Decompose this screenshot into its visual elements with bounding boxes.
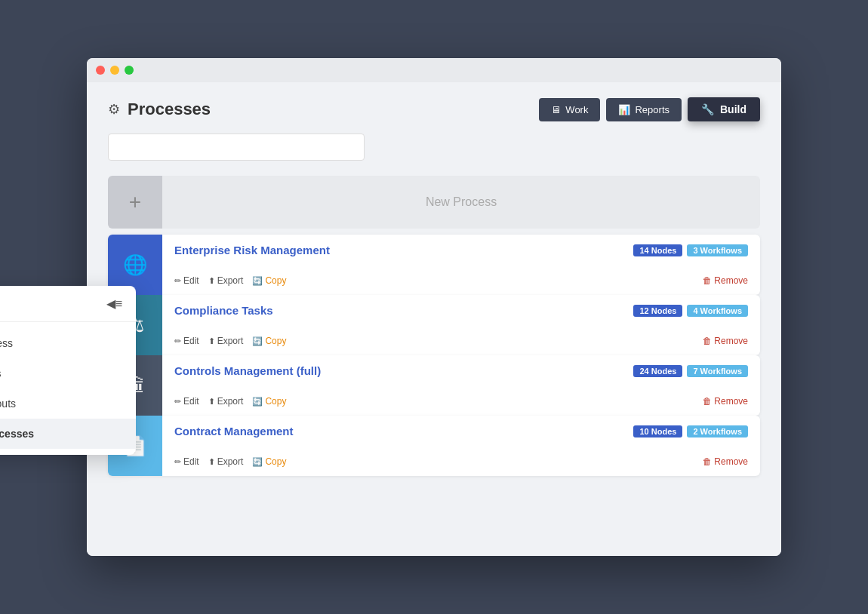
process-cards-container: 🌐 Enterprise Risk Management 14 Nodes 3 … [108,235,760,476]
process-top-1: Compliance Tasks 12 Nodes 4 Workflows [174,304,748,317]
export-icon-0: ⬆ [208,276,215,286]
edit-icon-0: ✏ [174,276,181,286]
edit-icon-1: ✏ [174,336,181,346]
sidebar-panel: Build ◀≡ 🔍 Access ↩ Jobs ⊞ Layouts ⚙ [0,286,136,455]
edit-icon-2: ✏ [174,397,181,407]
process-badges-1: 12 Nodes 4 Workflows [633,305,748,317]
process-icon-0: 🌐 [123,253,147,277]
edit-link-1[interactable]: ✏ Edit [174,336,199,346]
copy-link-2[interactable]: 🔄 Copy [252,396,286,407]
work-button[interactable]: 🖥 Work [539,98,600,121]
badge-nodes-0: 14 Nodes [633,244,682,256]
table-row: ⚖ Compliance Tasks 12 Nodes 4 Workflows … [108,295,760,355]
process-info-3: Contract Management 10 Nodes 2 Workflows… [162,416,760,476]
process-name-3: Contract Management [174,425,294,437]
export-link-2[interactable]: ⬆ Export [208,396,244,407]
table-row: 🏛 Controls Management (full) 24 Nodes 7 … [108,355,760,416]
edit-link-0[interactable]: ✏ Edit [174,275,199,286]
copy-icon-2: 🔄 [252,397,263,407]
action-links-3: ✏ Edit ⬆ Export 🔄 Copy [174,456,286,467]
action-links-0: ✏ Edit ⬆ Export 🔄 Copy [174,275,286,286]
remove-icon-3: 🗑 [703,456,712,467]
browser-titlebar [87,58,781,82]
process-top-3: Contract Management 10 Nodes 2 Workflows [174,425,748,437]
process-badges-0: 14 Nodes 3 Workflows [633,244,748,256]
table-row: 📄 Contract Management 10 Nodes 2 Workflo… [108,416,760,476]
process-info-2: Controls Management (full) 24 Nodes 7 Wo… [162,355,760,416]
new-process-icon: + [108,176,162,229]
badge-nodes-3: 10 Nodes [633,425,682,437]
copy-icon-3: 🔄 [252,457,263,467]
badge-workflows-2: 7 Workflows [687,365,748,377]
edit-link-3[interactable]: ✏ Edit [174,456,199,467]
plus-icon: + [129,190,141,214]
sidebar-header: Build ◀≡ [0,286,136,322]
process-info-0: Enterprise Risk Management 14 Nodes 3 Wo… [162,235,760,295]
copy-link-0[interactable]: 🔄 Copy [252,275,286,286]
process-name-1: Compliance Tasks [174,304,273,317]
process-info-1: Compliance Tasks 12 Nodes 4 Workflows ✏ … [162,295,760,355]
remove-icon-2: 🗑 [703,396,712,407]
page-title: Processes [128,100,211,119]
export-link-1[interactable]: ⬆ Export [208,336,244,346]
build-icon: 🔧 [701,103,714,115]
badge-nodes-1: 12 Nodes [633,305,682,317]
work-label: Work [565,104,588,115]
page-title-icon: ⚙ [108,101,120,118]
browser-content: Build ◀≡ 🔍 Access ↩ Jobs ⊞ Layouts ⚙ [87,82,781,556]
search-input[interactable] [108,134,365,161]
action-links-2: ✏ Edit ⬆ Export 🔄 Copy [174,396,286,407]
export-icon-2: ⬆ [208,397,215,407]
sidebar-item-label-processes: Processes [0,428,34,440]
new-process-label: New Process [162,195,760,209]
badge-workflows-1: 4 Workflows [687,305,748,317]
badge-workflows-0: 3 Workflows [687,244,748,256]
process-badges-3: 10 Nodes 2 Workflows [633,425,748,437]
sidebar-item-label-jobs: Jobs [0,367,2,379]
table-row: 🌐 Enterprise Risk Management 14 Nodes 3 … [108,235,760,295]
traffic-light-yellow[interactable] [110,66,119,75]
sidebar-item-access[interactable]: 🔍 Access [0,328,136,358]
process-actions-1: ✏ Edit ⬆ Export 🔄 Copy 🗑 Remove [174,336,748,346]
export-link-0[interactable]: ⬆ Export [208,275,244,286]
remove-link-3[interactable]: 🗑 Remove [703,456,748,467]
remove-link-1[interactable]: 🗑 Remove [703,336,748,346]
sidebar-item-layouts[interactable]: ⊞ Layouts [0,388,136,419]
copy-icon-0: 🔄 [252,276,263,286]
badge-nodes-2: 24 Nodes [633,365,682,377]
search-row [108,134,760,161]
remove-link-0[interactable]: 🗑 Remove [703,275,748,286]
reports-icon: 📊 [618,104,630,115]
header-actions: 🖥 Work 📊 Reports 🔧 Build [539,97,760,121]
process-actions-2: ✏ Edit ⬆ Export 🔄 Copy 🗑 Remove [174,396,748,407]
page-header: ⚙ Processes 🖥 Work 📊 Reports 🔧 Build [108,97,760,121]
process-top-0: Enterprise Risk Management 14 Nodes 3 Wo… [174,244,748,256]
traffic-light-green[interactable] [125,66,134,75]
remove-icon-0: 🗑 [703,275,712,286]
sidebar-toggle-icon[interactable]: ◀≡ [106,296,122,311]
edit-link-2[interactable]: ✏ Edit [174,396,199,407]
process-actions-0: ✏ Edit ⬆ Export 🔄 Copy 🗑 Remove [174,275,748,286]
export-icon-1: ⬆ [208,336,215,346]
copy-link-1[interactable]: 🔄 Copy [252,336,286,346]
copy-link-3[interactable]: 🔄 Copy [252,456,286,467]
reports-button[interactable]: 📊 Reports [606,98,682,121]
build-button[interactable]: 🔧 Build [688,97,760,121]
build-label: Build [720,103,746,115]
badge-workflows-3: 2 Workflows [687,425,748,437]
sidebar-nav: 🔍 Access ↩ Jobs ⊞ Layouts ⚙ Processes [0,322,136,455]
export-icon-3: ⬆ [208,457,215,467]
remove-link-2[interactable]: 🗑 Remove [703,396,748,407]
process-list: + New Process 🌐 Enterprise Risk Manageme… [108,176,760,476]
export-link-3[interactable]: ⬆ Export [208,456,244,467]
sidebar-item-label-access: Access [0,337,13,349]
reports-label: Reports [635,104,669,115]
sidebar-item-jobs[interactable]: ↩ Jobs [0,358,136,388]
process-actions-3: ✏ Edit ⬆ Export 🔄 Copy 🗑 Remove [174,456,748,467]
remove-icon-1: 🗑 [703,336,712,346]
browser-window: Build ◀≡ 🔍 Access ↩ Jobs ⊞ Layouts ⚙ [87,58,781,556]
sidebar-item-processes[interactable]: ⚙ Processes [0,419,136,449]
copy-icon-1: 🔄 [252,336,263,346]
traffic-light-red[interactable] [96,66,105,75]
new-process-card[interactable]: + New Process [108,176,760,229]
